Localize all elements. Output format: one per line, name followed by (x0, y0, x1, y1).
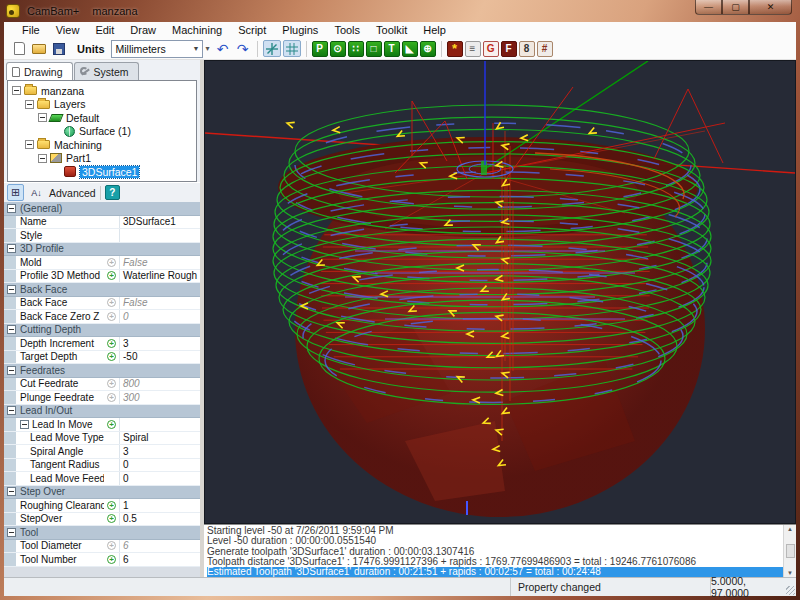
menu-plugins[interactable]: Plugins (274, 24, 326, 36)
minimize-button[interactable]: — (695, 0, 722, 15)
collapse-icon[interactable] (38, 113, 47, 122)
sort-alphabetical-icon[interactable]: A↓ (28, 184, 45, 201)
propgrid-row[interactable]: Lead Move Feedrate0 (4, 472, 200, 486)
toolbar-overflow-icon[interactable]: ▾ (206, 44, 210, 53)
propgrid-row[interactable]: Lead Move TypeSpiral (4, 432, 200, 446)
feedrate-icon[interactable]: F (501, 41, 517, 57)
open-file-icon[interactable] (30, 40, 48, 57)
tree-item-default-layer[interactable]: Default (8, 111, 196, 125)
propgrid-category[interactable]: Step Over (4, 486, 200, 500)
menu-edit[interactable]: Edit (87, 24, 122, 36)
propgrid-row[interactable]: Spiral Angle3 (4, 445, 200, 459)
draw-sphere-icon[interactable]: ⊕ (420, 41, 436, 57)
set-value-icon[interactable]: + (107, 271, 116, 280)
collapse-icon[interactable] (7, 325, 16, 334)
draw-circle-icon[interactable]: ⊙ (330, 41, 346, 57)
set-value-icon[interactable]: + (107, 379, 116, 388)
draw-text-icon[interactable]: T (384, 41, 400, 57)
propgrid-category[interactable]: Feedrates (4, 364, 200, 378)
scroll-up-icon[interactable]: ▲ (787, 526, 793, 532)
propgrid-category[interactable]: Tool (4, 526, 200, 540)
draw-rectangle-icon[interactable]: □ (366, 41, 382, 57)
propgrid-row[interactable]: Plunge Feedrate+300 (4, 391, 200, 405)
tab-drawing[interactable]: Drawing (6, 62, 73, 80)
menu-machining[interactable]: Machining (164, 24, 230, 36)
drawing-tree[interactable]: manzana Layers Default Surface (1) Machi… (7, 80, 197, 182)
draw-polyline-icon[interactable]: P (312, 41, 328, 57)
set-value-icon[interactable]: + (107, 298, 116, 307)
menu-file[interactable]: File (14, 24, 48, 36)
propgrid-row[interactable]: Name3DSurface1 (4, 216, 200, 230)
tab-system[interactable]: System (74, 62, 139, 80)
set-value-icon[interactable]: + (107, 501, 116, 510)
propgrid-row[interactable]: Depth Increment+3 (4, 337, 200, 351)
propgrid-row[interactable]: Cut Feedrate+800 (4, 378, 200, 392)
propgrid-row[interactable]: Mold+False (4, 256, 200, 270)
tree-item-manzana[interactable]: manzana (8, 84, 196, 98)
viewport-3d[interactable] (204, 60, 796, 524)
collapse-icon[interactable] (12, 86, 21, 95)
collapse-icon[interactable] (7, 487, 16, 496)
collapse-icon[interactable] (25, 140, 34, 149)
drill-icon[interactable]: 8 (519, 41, 535, 57)
set-value-icon[interactable]: + (107, 555, 116, 564)
gcode-icon[interactable]: G (483, 41, 499, 57)
set-value-icon[interactable]: + (107, 514, 116, 523)
draw-points-icon[interactable]: ∷ (348, 41, 364, 57)
help-icon[interactable]: ? (105, 185, 120, 200)
units-select[interactable]: Millimeters ▼ (111, 40, 203, 58)
set-value-icon[interactable]: + (107, 258, 116, 267)
draw-surface-icon[interactable]: ◣ (402, 41, 418, 57)
menu-draw[interactable]: Draw (122, 24, 164, 36)
menu-script[interactable]: Script (230, 24, 274, 36)
propgrid-category[interactable]: Back Face (4, 283, 200, 297)
propgrid-row[interactable]: Target Depth+-50 (4, 351, 200, 365)
menu-help[interactable]: Help (415, 24, 454, 36)
collapse-icon[interactable] (38, 154, 47, 163)
tree-item-layers[interactable]: Layers (8, 98, 196, 112)
title-bar[interactable]: CamBam+ manzana — ▢ ✕ (0, 0, 800, 22)
axis-display-icon[interactable] (263, 40, 281, 57)
scrollbar-thumb[interactable] (786, 544, 795, 558)
maximize-button[interactable]: ▢ (722, 0, 749, 15)
tree-item-3dsurface1[interactable]: 3DSurface1 (8, 165, 196, 179)
tree-item-part1[interactable]: Part1 (8, 152, 196, 166)
collapse-icon[interactable] (7, 204, 16, 213)
set-value-icon[interactable]: + (107, 312, 116, 321)
propgrid-category[interactable]: 3D Profile (4, 243, 200, 257)
advanced-button[interactable]: Advanced (49, 187, 96, 199)
set-value-icon[interactable]: + (107, 541, 116, 550)
tree-item-machining[interactable]: Machining (8, 138, 196, 152)
collapse-icon[interactable] (25, 100, 34, 109)
propgrid-row[interactable]: Roughing Clearance+1 (4, 499, 200, 513)
propgrid-category[interactable]: Cutting Depth (4, 324, 200, 338)
log-line-selected[interactable]: Estimated Toolpath '3DSurface1' duration… (207, 567, 783, 577)
collapse-icon[interactable] (7, 285, 16, 294)
collapse-icon[interactable] (20, 420, 29, 429)
set-value-icon[interactable]: + (107, 420, 116, 429)
propgrid-category[interactable]: Lead In/Out (4, 405, 200, 419)
machining-gear-icon[interactable]: * (447, 41, 463, 57)
propgrid-row[interactable]: Tool Number+6 (4, 553, 200, 567)
propgrid-row[interactable]: Profile 3D Method+Waterline Rough (4, 270, 200, 284)
menu-view[interactable]: View (48, 24, 88, 36)
propgrid-row[interactable]: StepOver+0.5 (4, 513, 200, 527)
report-icon[interactable]: # (537, 41, 553, 57)
log-scrollbar[interactable]: ▲ ▼ (783, 525, 796, 577)
new-file-icon[interactable] (10, 40, 28, 57)
propgrid-row[interactable]: Style (4, 229, 200, 243)
propgrid-row[interactable]: Lead In Move+ (4, 418, 200, 432)
undo-icon[interactable]: ↶ (214, 40, 232, 57)
save-icon[interactable] (50, 40, 68, 57)
property-grid[interactable]: (General) Name3DSurface1 Style 3D Profil… (4, 202, 200, 577)
propgrid-row[interactable]: Tangent Radius0 (4, 459, 200, 473)
categorized-view-icon[interactable]: ⊞ (7, 184, 24, 201)
propgrid-category[interactable]: (General) (4, 202, 200, 216)
propgrid-row[interactable]: Tool Diameter+6 (4, 540, 200, 554)
resize-grip[interactable] (786, 586, 795, 595)
propgrid-row[interactable]: Back Face+False (4, 297, 200, 311)
set-value-icon[interactable]: + (107, 339, 116, 348)
collapse-icon[interactable] (7, 366, 16, 375)
operations-list-icon[interactable]: ≡ (465, 41, 481, 57)
set-value-icon[interactable]: + (107, 352, 116, 361)
